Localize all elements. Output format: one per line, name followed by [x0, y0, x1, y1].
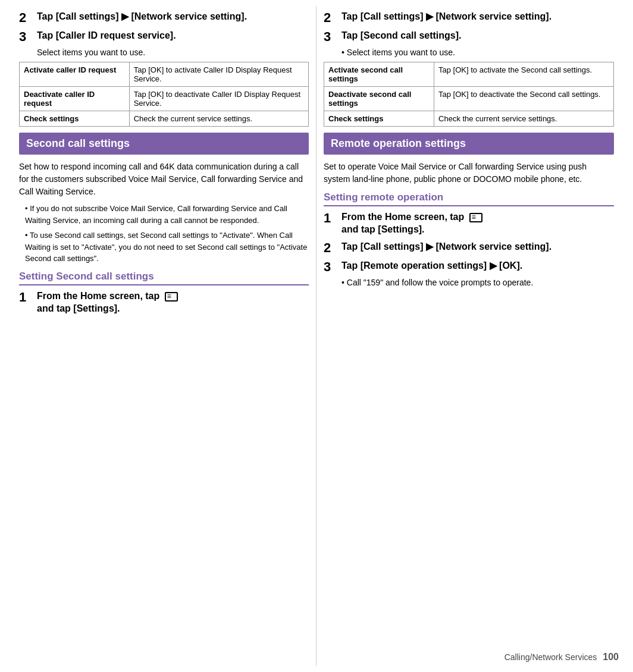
right-step2b-text: Tap [Call settings] ▶ [Network service s…: [341, 241, 551, 253]
right-section-header: Remote operation settings: [324, 133, 614, 155]
table-def: Tap [OK] to activate Caller ID Display R…: [129, 62, 308, 87]
left-step1-num: 1: [19, 290, 32, 304]
left-step3-text: Tap [Caller ID request service].: [37, 30, 176, 42]
table-term: Check settings: [20, 111, 130, 127]
left-step2-num: 2: [19, 11, 32, 25]
table-term: Activate second call settings: [324, 62, 434, 87]
left-step3-num: 3: [19, 30, 32, 44]
footer-page-num: 100: [603, 652, 619, 662]
right-step1-text: From the Home screen, tap and tap [Setti…: [341, 211, 482, 236]
left-sub-header: Setting Second call settings: [19, 271, 309, 285]
table-row: Activate caller ID requestTap [OK] to ac…: [20, 62, 309, 87]
left-step2-text: Tap [Call settings] ▶ [Network service s…: [37, 11, 247, 23]
left-step1-text: From the Home screen, tap and tap [Setti…: [37, 290, 178, 315]
right-step2-text: Tap [Call settings] ▶ [Network service s…: [341, 11, 551, 23]
right-step3-num: 3: [324, 30, 337, 44]
right-step2-num: 2: [324, 11, 337, 25]
table-def: Check the current service settings.: [129, 111, 308, 127]
left-step3-bullet: Select items you want to use.: [37, 48, 309, 57]
table-def: Tap [OK] to deactivate Caller ID Display…: [129, 87, 308, 111]
table-def: Check the current service settings.: [434, 111, 614, 127]
table-row: Check settingsCheck the current service …: [324, 111, 614, 127]
right-step3b-num: 3: [324, 260, 337, 274]
table-def: Tap [OK] to activate the Second call set…: [434, 62, 614, 87]
left-bullet-1: If you do not subscribe Voice Mail Servi…: [25, 203, 309, 226]
right-step3-text: Tap [Second call settings].: [341, 30, 462, 42]
table-row: Deactivate second call settingsTap [OK] …: [324, 87, 614, 111]
right-step3b-text: Tap [Remote operation settings] ▶ [OK].: [341, 260, 522, 272]
table-term: Deactivate caller ID request: [20, 87, 130, 111]
table-term: Activate caller ID request: [20, 62, 130, 87]
page-footer: Calling/Network Services 100: [504, 652, 619, 662]
footer-label: Calling/Network Services: [504, 652, 597, 662]
right-step3-bullet: • Select items you want to use.: [341, 48, 614, 57]
left-section-header: Second call settings: [19, 133, 309, 155]
right-step2b-num: 2: [324, 241, 337, 255]
left-bullet-2: To use Second call settings, set Second …: [25, 230, 309, 265]
table-term: Check settings: [324, 111, 434, 127]
table-row: Deactivate caller ID requestTap [OK] to …: [20, 87, 309, 111]
right-step1-num: 1: [324, 211, 337, 225]
home-menu-icon-left: [165, 292, 178, 302]
right-step3b-bullet: • Call "159" and follow the voice prompt…: [341, 278, 614, 287]
left-body-text: Set how to respond incoming call and 64K…: [19, 161, 309, 198]
table-row: Check settingsCheck the current service …: [20, 111, 309, 127]
home-menu-icon-right: [469, 213, 482, 222]
table-term: Deactivate second call settings: [324, 87, 434, 111]
left-settings-table: Activate caller ID requestTap [OK] to ac…: [19, 62, 309, 127]
right-sub-header: Setting remote operation: [324, 191, 614, 206]
table-def: Tap [OK] to deactivate the Second call s…: [434, 87, 614, 111]
right-settings-table: Activate second call settingsTap [OK] to…: [324, 62, 614, 127]
right-body-text: Set to operate Voice Mail Service or Cal…: [324, 161, 614, 186]
table-row: Activate second call settingsTap [OK] to…: [324, 62, 614, 87]
